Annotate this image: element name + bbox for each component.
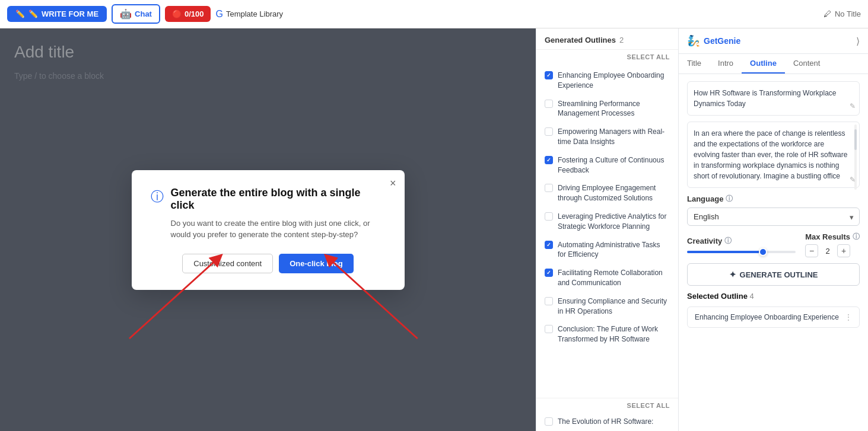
right-content: How HR Software is Transforming Workplac…	[679, 74, 868, 431]
write-for-me-button[interactable]: ✏️ WRITE FOR ME	[7, 6, 107, 22]
bottom-outline-item: The Evolution of HR Software:	[536, 413, 678, 431]
language-select-wrapper: English Spanish French ▾	[687, 207, 860, 226]
list-item[interactable]: Conclusion: The Future of Work Transform…	[536, 320, 678, 349]
outline-checkbox-3[interactable]	[545, 127, 553, 136]
language-info-icon[interactable]: ⓘ	[726, 194, 733, 204]
language-select[interactable]: English Spanish French	[687, 207, 860, 226]
outline-checkbox-6[interactable]	[545, 212, 553, 221]
outlines-panel: Generated Outlines 2 SELECT ALL Enhancin…	[536, 28, 678, 431]
outline-checkbox-bottom[interactable]	[545, 417, 553, 426]
editor-area: Add title Type / to choose a block × ⓘ G…	[0, 28, 536, 431]
list-item[interactable]: Facilitating Remote Collaboration and Co…	[536, 264, 678, 292]
creativity-row: Creativity ⓘ Max Results ⓘ − 2	[687, 232, 860, 257]
main-layout: Add title Type / to choose a block × ⓘ G…	[0, 28, 868, 431]
one-click-blog-button[interactable]: One-click blog	[279, 254, 354, 273]
outline-checkbox-10[interactable]	[545, 325, 553, 333]
expand-icon[interactable]: ⟩	[856, 36, 860, 47]
tabs: Title Intro Outline Content	[679, 54, 868, 74]
modal-close-button[interactable]: ×	[390, 177, 396, 190]
outline-checkbox-8[interactable]	[545, 269, 553, 277]
creativity-group: Creativity ⓘ	[687, 236, 796, 253]
selected-outline-section: Selected Outline 4	[687, 292, 860, 301]
modal-title: Generate the entire blog with a single c…	[171, 187, 386, 212]
chat-button[interactable]: 🤖 Chat	[112, 4, 160, 24]
creativity-slider-thumb[interactable]	[759, 248, 767, 256]
topbar: ✏️ WRITE FOR ME 🤖 Chat 🔴 0/100 G Templat…	[0, 0, 868, 28]
tab-title[interactable]: Title	[679, 54, 710, 74]
list-item[interactable]: Automating Administrative Tasks for Effi…	[536, 236, 678, 264]
outline-checkbox-9[interactable]	[545, 297, 553, 305]
tab-intro[interactable]: Intro	[710, 54, 742, 74]
list-item[interactable]: Leveraging Predictive Analytics for Stra…	[536, 207, 678, 236]
list-item[interactable]: Streamlining Performance Management Proc…	[536, 95, 678, 123]
title-textbox: How HR Software is Transforming Workplac…	[687, 81, 860, 116]
stepper-increment-button[interactable]: +	[837, 244, 850, 257]
modal-actions: Customized content One-click blog	[151, 254, 386, 273]
write-icon: ✏️	[28, 9, 38, 18]
customized-content-button[interactable]: Customized content	[182, 254, 273, 273]
getgenie-logo: 🧞 GetGenie	[687, 34, 740, 47]
outline-checkbox-5[interactable]	[545, 184, 553, 192]
page-title: 🖊 No Title	[824, 9, 861, 18]
creativity-slider-track	[687, 251, 796, 253]
outlines-header: Generated Outlines 2	[536, 28, 678, 50]
edit-intro-icon[interactable]: ✎	[850, 174, 856, 185]
list-item[interactable]: Ensuring Compliance and Security in HR O…	[536, 292, 678, 321]
language-section: Language ⓘ English Spanish French ▾	[687, 194, 860, 226]
tab-content[interactable]: Content	[785, 54, 829, 74]
template-icon: G	[215, 9, 222, 20]
chat-icon: 🤖	[120, 8, 132, 20]
select-all-top[interactable]: SELECT ALL	[536, 50, 678, 64]
edit-title-icon[interactable]: ✎	[850, 101, 856, 111]
list-item[interactable]: Fostering a Culture of Continuous Feedba…	[536, 151, 678, 180]
outlines-list: Enhancing Employee Onboarding Experience…	[536, 64, 678, 398]
tab-outline[interactable]: Outline	[742, 54, 785, 74]
outline-checkbox-4[interactable]	[545, 156, 553, 164]
list-item[interactable]: Empowering Managers with Real-time Data …	[536, 123, 678, 151]
counter-button[interactable]: 🔴 0/100	[165, 6, 211, 22]
right-topbar: 🧞 GetGenie ⟩	[679, 28, 868, 54]
template-library-button[interactable]: G Template Library	[215, 9, 283, 20]
outline-checkbox-2[interactable]	[545, 100, 553, 108]
list-item[interactable]: Driving Employee Engagement through Cust…	[536, 179, 678, 207]
generate-icon: ✦	[729, 270, 736, 279]
list-item[interactable]: Enhancing Employee Onboarding Experience	[536, 66, 678, 95]
counter-icon: 🔴	[172, 9, 182, 18]
max-results-stepper: − 2 +	[805, 244, 860, 257]
outline-checkbox-7[interactable]	[545, 241, 553, 249]
modal-dialog: × ⓘ Generate the entire blog with a sing…	[132, 170, 405, 290]
creativity-slider-fill	[687, 251, 763, 253]
title-icon: 🖊	[824, 9, 831, 18]
select-all-bottom[interactable]: SELECT ALL	[536, 398, 678, 413]
selected-item-menu-icon[interactable]: ⋮	[845, 313, 852, 321]
stepper-value: 2	[822, 247, 834, 256]
modal-overlay: × ⓘ Generate the entire blog with a sing…	[0, 28, 536, 431]
generate-outline-button[interactable]: ✦ GENERATE OUTLINE	[687, 263, 860, 286]
outline-checkbox-1[interactable]	[545, 71, 553, 79]
stepper-decrement-button[interactable]: −	[805, 244, 818, 257]
right-panel: 🧞 GetGenie ⟩ Title Intro Outline Content…	[678, 28, 868, 431]
info-circle-icon: ⓘ	[151, 188, 164, 206]
getgenie-icon: 🧞	[687, 34, 700, 47]
creativity-info-icon[interactable]: ⓘ	[724, 236, 732, 246]
modal-description: Do you want to create the entire blog wi…	[151, 218, 386, 241]
max-results-group: Max Results ⓘ − 2 +	[805, 232, 860, 257]
modal-header: ⓘ Generate the entire blog with a single…	[151, 187, 386, 212]
selected-outline-item: Enhancing Employee Onboarding Experience…	[687, 307, 860, 328]
intro-textbox: In an era where the pace of change is re…	[687, 122, 860, 188]
max-results-info-icon[interactable]: ⓘ	[853, 232, 860, 242]
